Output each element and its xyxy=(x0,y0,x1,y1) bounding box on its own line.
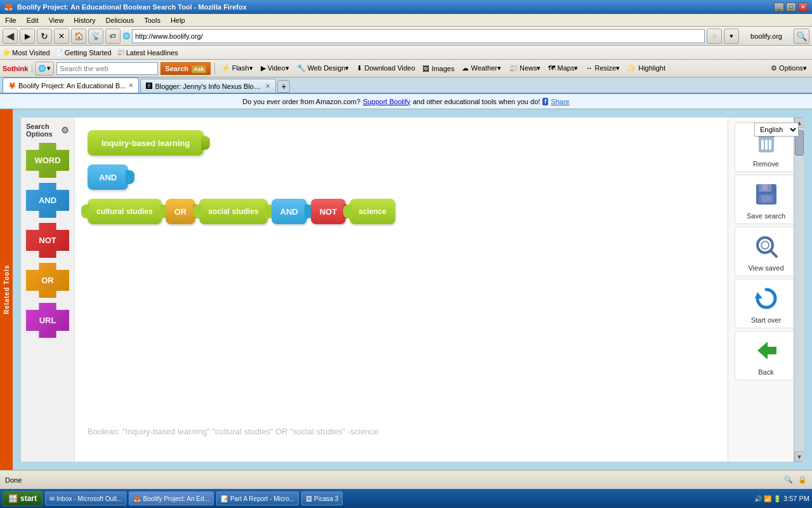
downloadvideo-btn[interactable]: ⬇ Download Video xyxy=(354,63,417,74)
share-link[interactable]: Share xyxy=(551,98,569,105)
bookmark-gettingstarted[interactable]: 📄 Getting Started xyxy=(55,49,112,57)
minimize-button[interactable]: _ xyxy=(774,3,784,11)
maps-btn[interactable]: 🗺 Maps▾ xyxy=(546,63,580,74)
menu-help[interactable]: Help xyxy=(168,15,188,25)
home-button[interactable]: 🏠 xyxy=(71,29,86,44)
save-label: Save search xyxy=(747,212,785,220)
social-studies-block[interactable]: social studies xyxy=(199,199,267,224)
bookmark-button[interactable]: 🏷 xyxy=(105,29,121,44)
or-piece[interactable]: OR xyxy=(26,263,69,298)
bookmark-mostvisited[interactable]: ⭐ Most Visited xyxy=(3,49,50,57)
svg-rect-8 xyxy=(763,184,768,190)
search-button-nav[interactable]: 🔍 xyxy=(794,29,809,44)
menu-history[interactable]: History xyxy=(71,15,98,25)
sys-tray: 🔊 📶 🔋 xyxy=(754,495,781,502)
stop-button[interactable]: ✕ xyxy=(54,29,69,44)
close-button[interactable]: ✕ xyxy=(798,3,808,11)
notification-bar: Do you ever order from Amazon.com? Suppo… xyxy=(0,94,812,109)
images-btn[interactable]: 🖼 Images xyxy=(420,64,457,74)
tab-boolify[interactable]: 🦊 Boolify Project: An Educational B... ✕ xyxy=(3,77,139,93)
status-text: Done xyxy=(5,476,22,484)
and-right-tab xyxy=(126,170,134,184)
video-btn[interactable]: ▶ Video▾ xyxy=(258,63,292,74)
reload-button[interactable]: ↻ xyxy=(37,29,52,44)
window-controls: _ □ ✕ xyxy=(774,3,808,11)
scroll-down-button[interactable]: ▼ xyxy=(794,451,804,462)
scrollbar[interactable]: ▲ ▼ xyxy=(794,117,804,462)
cultural-studies-block[interactable]: cultural studies xyxy=(88,199,162,224)
start-over-label: Start over xyxy=(751,316,782,324)
webdesign-btn[interactable]: 🔧 Web Design▾ xyxy=(294,63,352,74)
maximize-button[interactable]: □ xyxy=(786,3,796,11)
search-go-button[interactable]: Search Ask xyxy=(160,62,210,75)
menu-edit[interactable]: Edit xyxy=(24,15,41,25)
menu-file[interactable]: File xyxy=(3,15,19,25)
not-piece[interactable]: NOT xyxy=(26,223,69,258)
left-notch xyxy=(81,204,90,218)
weather-btn[interactable]: ☁ Weather▾ xyxy=(459,63,503,74)
left-sidebar: Search Options ⚙ WORD AND NOT OR xyxy=(21,117,75,462)
save-icon xyxy=(751,179,782,210)
tab-bar: 🦊 Boolify Project: An Educational B... ✕… xyxy=(0,77,812,94)
rss-button[interactable]: 📡 xyxy=(88,29,103,44)
highlight-btn[interactable]: ✨ Highlight xyxy=(625,63,668,74)
menu-delicious[interactable]: Delicious xyxy=(103,15,137,25)
star-icon: ⭐ xyxy=(3,49,10,56)
word-piece[interactable]: WORD xyxy=(26,143,69,178)
back-action-button[interactable]: Back xyxy=(735,331,798,380)
social-left-notch xyxy=(193,204,202,218)
menu-bar: File Edit View History Delicious Tools H… xyxy=(0,14,812,27)
canvas-area: Inquiry-based learning AND xyxy=(75,117,728,462)
search-row-3: cultural studies OR social studies xyxy=(88,199,715,224)
taskbar-item-3[interactable]: 🖼 Picasa 3 xyxy=(301,491,343,505)
and-piece[interactable]: AND xyxy=(26,183,69,218)
tab-blogger[interactable]: 🅱 Blogger: Jenny's Info Nexus Blog - Cre… xyxy=(140,79,276,93)
and-block-row2[interactable]: AND xyxy=(88,164,128,190)
page-icon: 📄 xyxy=(55,49,63,56)
url-piece[interactable]: URL xyxy=(26,303,69,338)
related-tools-tab[interactable]: Related Tools xyxy=(0,109,13,470)
taskbar-item-0-icon: ✉ xyxy=(49,495,55,502)
menu-view[interactable]: View xyxy=(46,15,67,25)
svg-line-13 xyxy=(771,251,776,257)
search-options-header: Search Options ⚙ xyxy=(26,123,69,138)
status-bar: Done 🔍 🔒 xyxy=(0,470,812,489)
and-block-row3[interactable]: AND xyxy=(272,199,307,224)
taskbar-item-0[interactable]: ✉ Inbox - Microsoft Outl... xyxy=(45,491,126,505)
bookmark-star-button[interactable]: ★ xyxy=(707,29,722,44)
save-search-button[interactable]: Save search xyxy=(735,175,798,224)
news-btn[interactable]: 📰 News▾ xyxy=(506,63,544,74)
start-button[interactable]: 🪟 start xyxy=(3,491,43,506)
menu-tools[interactable]: Tools xyxy=(141,15,163,25)
facebook-icon: f xyxy=(542,98,548,105)
svg-marker-14 xyxy=(755,292,763,298)
inquiry-block[interactable]: Inquiry-based learning xyxy=(88,130,204,156)
or-block[interactable]: OR xyxy=(166,199,196,224)
search-row-2: AND xyxy=(88,164,715,190)
boolify-org-label: boolify.org xyxy=(741,29,792,44)
back-button[interactable]: ◀ xyxy=(3,29,18,44)
right-tab xyxy=(201,136,210,150)
tab-close-boolify[interactable]: ✕ xyxy=(128,82,133,89)
dropdown-button[interactable]: ▼ xyxy=(724,29,739,44)
support-boolify-link[interactable]: Support Boolify xyxy=(363,98,410,105)
not-block[interactable]: NOT xyxy=(311,199,346,224)
resize-btn[interactable]: ↔ Resize▾ xyxy=(583,63,622,74)
bookmark-latestheadlines[interactable]: 📰 Latest Headlines xyxy=(117,49,178,57)
address-input[interactable] xyxy=(132,29,705,43)
science-block[interactable]: science xyxy=(350,199,395,224)
forward-button[interactable]: ▶ xyxy=(20,29,35,44)
gear-icon[interactable]: ⚙ xyxy=(61,125,69,135)
add-tab-button[interactable]: + xyxy=(277,80,290,93)
web-search-input[interactable] xyxy=(56,62,158,75)
nav-toolbar: ◀ ▶ ↻ ✕ 🏠 📡 🏷 🌐 ★ ▼ boolify.org 🔍 xyxy=(0,27,812,46)
taskbar-item-1[interactable]: 🦊 Boolify Project: An Ed... xyxy=(129,491,214,505)
view-saved-button[interactable]: View saved xyxy=(735,227,798,276)
start-over-button[interactable]: Start over xyxy=(735,279,798,328)
search-web-dropdown[interactable]: 🌐 ▾ xyxy=(35,62,54,76)
options-btn[interactable]: ⚙ Options▾ xyxy=(768,63,809,74)
flash-btn[interactable]: ⚡ Flash▾ xyxy=(219,63,256,74)
tab-close-blogger[interactable]: ✕ xyxy=(265,83,270,90)
taskbar-item-2[interactable]: 📝 Part A Report - Micro... xyxy=(216,491,299,505)
language-dropdown[interactable]: English Spanish French German xyxy=(754,123,799,137)
